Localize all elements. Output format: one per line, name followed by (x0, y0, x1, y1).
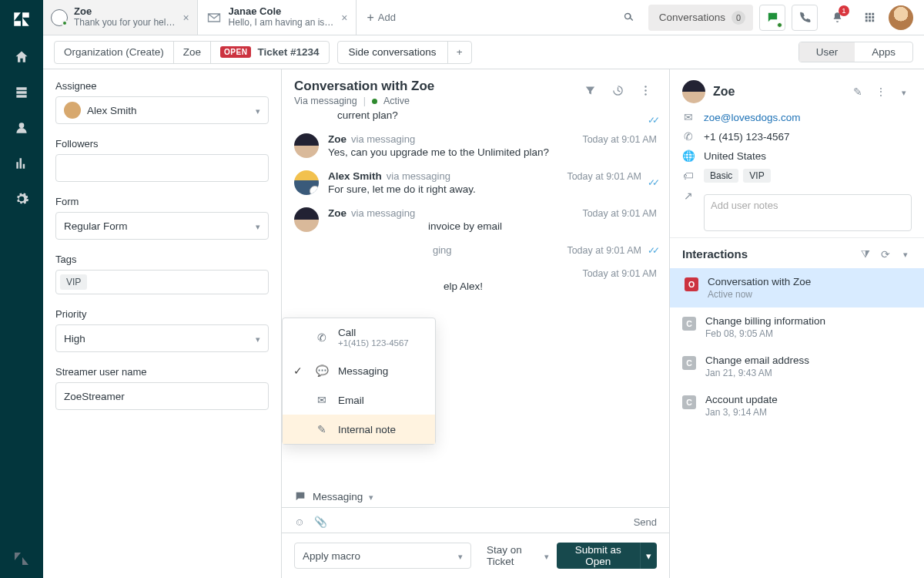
user-badge: VIP (743, 169, 770, 183)
channel-option-messaging[interactable]: ✓💬 Messaging (283, 356, 435, 385)
send-button[interactable]: Send (634, 516, 657, 528)
read-receipt-icon (648, 115, 657, 126)
status-dot-icon (372, 99, 377, 104)
tab-janae[interactable]: Janae Cole Hello, I am having an is… × (198, 0, 357, 35)
svg-point-1 (644, 89, 646, 91)
nav-admin[interactable] (6, 183, 37, 214)
tab-subtitle: Hello, I am having an is… (229, 18, 334, 29)
tags-input[interactable]: VIP (55, 270, 269, 294)
assignee-select[interactable]: Alex Smith (55, 96, 269, 124)
attachment-button[interactable]: 📎 (314, 516, 327, 528)
message-via: via messaging (387, 170, 450, 182)
message: Zoevia messagingToday at 9:01 AM Yes, ca… (294, 127, 657, 164)
chat-status-button[interactable] (759, 5, 785, 31)
submit-caret-button[interactable]: ▾ (640, 543, 657, 569)
filter-button[interactable] (578, 79, 601, 102)
message: gingToday at 9:01 AM (294, 238, 657, 262)
stay-on-ticket-button[interactable]: Stay on Ticket (487, 544, 549, 567)
channel-option-call[interactable]: ✆ Call+1(415) 123-4567 (283, 318, 435, 356)
interaction-row[interactable]: C Change billing informationFeb 08, 9:05… (670, 307, 924, 347)
user-badge: Basic (704, 169, 738, 183)
side-conversations-button[interactable]: Side conversations (338, 42, 448, 63)
message: Today at 9:01 AM elp Alex! (294, 262, 657, 298)
call-button[interactable] (792, 5, 818, 31)
refresh-button[interactable]: ⟳ (879, 248, 892, 260)
interaction-subtitle: Jan 3, 9:14 AM (705, 407, 778, 418)
notifications-button[interactable]: 1 (824, 5, 850, 31)
tag-chip[interactable]: VIP (60, 274, 87, 290)
search-button[interactable] (616, 5, 642, 31)
toggle-apps[interactable]: Apps (855, 42, 912, 62)
composer: ☺ 📎 Send (282, 507, 669, 533)
crumb-org[interactable]: Organization (Create) (55, 42, 174, 63)
breadcrumb: Organization (Create) Zoe OPEN Ticket #1… (54, 41, 330, 64)
interaction-row[interactable]: C Change email addressJan 21, 9:43 AM (670, 347, 924, 386)
message-text: Yes, can you upgrade me to the Unlimited… (328, 146, 657, 158)
tab-zoe[interactable]: Zoe Thank you for your hel… × (43, 0, 198, 35)
form-select[interactable]: Regular Form (55, 212, 269, 240)
history-button[interactable] (606, 79, 629, 102)
followers-input[interactable] (55, 154, 269, 182)
option-label: Internal note (338, 424, 396, 435)
option-label: Email (338, 395, 364, 406)
avatar (294, 207, 319, 232)
channel-option-email[interactable]: ✉ Email (283, 385, 435, 415)
ticket-bar: Organization (Create) Zoe OPEN Ticket #1… (43, 35, 924, 69)
brand-mark (12, 549, 31, 570)
overflow-button[interactable]: ⋮ (873, 86, 889, 98)
current-user-avatar[interactable] (889, 5, 913, 30)
channel-select[interactable]: Messaging (294, 486, 373, 507)
nav-reporting[interactable] (6, 148, 37, 179)
status-square: C (682, 356, 696, 370)
priority-select[interactable]: High (55, 324, 269, 352)
interaction-title: Change email address (705, 355, 809, 366)
crumb-user[interactable]: Zoe (174, 42, 211, 63)
nav-customers[interactable] (6, 113, 37, 143)
option-label: Messaging (338, 365, 388, 377)
interaction-title: Account update (705, 394, 778, 405)
apps-grid-button[interactable] (856, 5, 882, 31)
globe-icon: 🌐 (682, 150, 695, 162)
messaging-icon (51, 9, 68, 26)
message: Zoevia messagingToday at 9:01 AM invoice… (294, 201, 657, 238)
message-text: elp Alex! (328, 281, 657, 292)
avatar (294, 133, 319, 158)
message-author: Alex Smith (328, 170, 382, 182)
message-text: For sure, let me do it right away. (328, 183, 641, 195)
toggle-user[interactable]: User (799, 42, 855, 62)
channel-option-internal-note[interactable]: ✎ Internal note (283, 415, 435, 444)
filter-button[interactable]: ⧩ (859, 248, 872, 260)
apply-macro-select[interactable]: Apply macro (294, 543, 471, 569)
conversations-button[interactable]: Conversations 0 (648, 5, 753, 31)
user-name: Zoe (713, 85, 842, 99)
user-notes-input[interactable]: Add user notes (704, 194, 912, 231)
tab-add-button[interactable]: +Add (357, 0, 407, 35)
chevron-down-icon[interactable] (896, 86, 912, 98)
message-time: Today at 9:01 AM (567, 171, 641, 182)
form-label: Form (55, 196, 269, 207)
side-conversations-add[interactable]: + (448, 42, 471, 63)
streamer-input[interactable]: ZoeStreamer (55, 382, 269, 410)
context-toggle: User Apps (798, 42, 913, 62)
crumb-ticket[interactable]: OPEN Ticket #1234 (211, 42, 328, 63)
edit-button[interactable]: ✎ (850, 86, 865, 98)
nav-home[interactable] (6, 42, 37, 72)
interaction-row[interactable]: C Account updateJan 3, 9:14 AM (670, 386, 924, 425)
chevron-down-icon[interactable] (899, 248, 912, 260)
priority-value: High (64, 333, 85, 344)
submit-button[interactable]: Submit as Open (557, 543, 640, 569)
emoji-button[interactable]: ☺ (294, 516, 305, 528)
user-email[interactable]: zoe@lovesdogs.com (704, 112, 801, 123)
close-icon[interactable]: × (182, 12, 189, 24)
interaction-subtitle: Active now (708, 289, 811, 300)
interaction-subtitle: Feb 08, 9:05 AM (705, 328, 825, 339)
message: Alex Smithvia messagingToday at 9:01 AM … (294, 164, 657, 201)
message-author: Zoe (328, 207, 346, 219)
close-icon[interactable]: × (341, 12, 347, 24)
nav-views[interactable] (6, 77, 37, 108)
interaction-row[interactable]: O Conversation with ZoeActive now (670, 268, 924, 307)
messages-list: current plan? Zoevia messagingToday at 9… (282, 108, 669, 482)
status-square: O (685, 277, 698, 291)
overflow-button[interactable] (634, 79, 657, 102)
chevron-down-icon (256, 105, 260, 116)
